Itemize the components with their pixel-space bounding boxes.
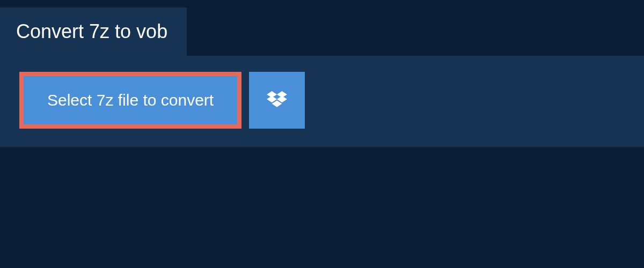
select-file-button-label: Select 7z file to convert bbox=[47, 91, 214, 109]
dropbox-icon bbox=[267, 91, 287, 109]
page-title: Convert 7z to vob bbox=[16, 20, 167, 43]
page-title-container: Convert 7z to vob bbox=[0, 8, 187, 56]
converter-panel: Select 7z file to convert bbox=[0, 56, 644, 147]
select-file-button[interactable]: Select 7z file to convert bbox=[19, 72, 241, 129]
dropbox-button[interactable] bbox=[249, 72, 305, 129]
